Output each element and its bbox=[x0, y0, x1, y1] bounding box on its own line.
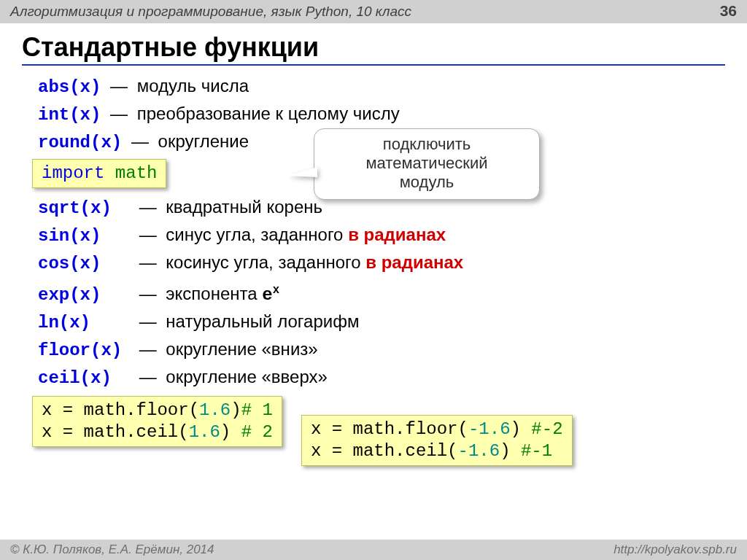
code: ) bbox=[511, 419, 532, 439]
func-name: ln(x) bbox=[38, 310, 130, 336]
dash: — bbox=[135, 252, 161, 272]
dash: — bbox=[135, 339, 161, 359]
page-number: 36 bbox=[720, 2, 737, 20]
dash: — bbox=[106, 76, 132, 96]
func-name: round(x) bbox=[38, 133, 122, 152]
code: ) bbox=[500, 441, 521, 461]
example-left: x = math.floor(1.6)# 1 x = math.ceil(1.6… bbox=[32, 396, 282, 447]
func-desc: натуральный логарифм bbox=[166, 311, 359, 331]
func-row: exp(x) — экспонента ex bbox=[38, 277, 725, 308]
code-comment: #-2 bbox=[531, 419, 562, 439]
footer-url: http://kpolyakov.spb.ru bbox=[614, 542, 737, 557]
func-row: floor(x) — округление «вниз» bbox=[38, 336, 725, 364]
dash: — bbox=[127, 131, 153, 151]
func-desc: округление «вверх» bbox=[166, 367, 328, 386]
callout-tail bbox=[288, 167, 317, 177]
slide-title: Стандартные функции bbox=[22, 32, 725, 63]
func-desc: синус угла, заданного bbox=[166, 225, 348, 244]
func-name: abs(x) bbox=[38, 77, 101, 97]
dash: — bbox=[135, 311, 161, 331]
import-module: math bbox=[115, 163, 158, 183]
func-desc: округление bbox=[158, 131, 249, 151]
exp-base: e bbox=[262, 285, 272, 305]
dash: — bbox=[135, 197, 161, 217]
func-desc: квадратный корень bbox=[166, 197, 322, 217]
func-row: ceil(x) — округление «вверх» bbox=[38, 364, 725, 392]
code: ) bbox=[231, 400, 241, 420]
code: x = math.ceil( bbox=[42, 422, 189, 442]
example-right: x = math.floor(-1.6) #-2 x = math.ceil(-… bbox=[301, 415, 573, 466]
callout-line: модуль bbox=[325, 173, 529, 192]
import-keyword: import bbox=[42, 163, 104, 183]
code-arg: -1.6 bbox=[468, 419, 511, 439]
callout-line: математический bbox=[325, 154, 529, 173]
slide-footer: © К.Ю. Поляков, Е.А. Ерёмин, 2014 http:/… bbox=[0, 540, 747, 560]
func-name: floor(x) bbox=[38, 338, 130, 364]
slide-header: Алгоритмизация и программирование, язык … bbox=[0, 0, 747, 23]
func-desc: преобразование к целому числу bbox=[137, 104, 400, 123]
dash: — bbox=[106, 104, 132, 123]
func-emph: в радианах bbox=[365, 252, 463, 272]
func-emph: в радианах bbox=[348, 225, 446, 244]
dash: — bbox=[135, 225, 161, 244]
slide-content: Стандартные функции abs(x) — модуль числ… bbox=[0, 23, 747, 466]
title-underline bbox=[22, 64, 725, 66]
course-title: Алгоритмизация и программирование, язык … bbox=[10, 4, 411, 20]
code-comment: # 1 bbox=[241, 400, 273, 420]
copyright: © К.Ю. Поляков, Е.А. Ерёмин, 2014 bbox=[10, 542, 214, 557]
func-desc: модуль числа bbox=[137, 76, 249, 96]
func-row: sin(x) — синус угла, заданного в радиана… bbox=[38, 222, 725, 249]
func-name: sin(x) bbox=[38, 223, 130, 249]
examples-row: x = math.floor(1.6)# 1 x = math.ceil(1.6… bbox=[32, 396, 725, 466]
code: ) bbox=[220, 422, 241, 442]
dash: — bbox=[135, 284, 161, 303]
callout-line: подключить bbox=[325, 135, 529, 154]
code: x = math.floor( bbox=[311, 419, 468, 439]
code: x = math.ceil( bbox=[311, 441, 458, 461]
code-arg: -1.6 bbox=[458, 441, 500, 461]
func-row: int(x) — преобразование к целому числу bbox=[38, 101, 725, 128]
func-desc: округление «вниз» bbox=[166, 339, 317, 359]
code: x = math.floor( bbox=[42, 400, 199, 420]
callout-bubble: подключить математический модуль bbox=[314, 128, 540, 200]
func-desc: косинус угла, заданного bbox=[166, 252, 365, 272]
func-name: ceil(x) bbox=[38, 365, 130, 392]
import-box: import math bbox=[32, 159, 166, 188]
dash: — bbox=[135, 367, 161, 386]
code-comment: # 2 bbox=[241, 422, 273, 442]
func-name: cos(x) bbox=[38, 251, 130, 277]
func-name: exp(x) bbox=[38, 282, 130, 308]
code-arg: 1.6 bbox=[189, 422, 220, 442]
func-list-math: sqrt(x) — квадратный корень sin(x) — син… bbox=[22, 194, 725, 392]
code-arg: 1.6 bbox=[199, 400, 231, 420]
func-name: int(x) bbox=[38, 105, 101, 125]
func-row: cos(x) — косинус угла, заданного в радиа… bbox=[38, 249, 725, 277]
func-name: sqrt(x) bbox=[38, 195, 130, 222]
func-desc: экспонента bbox=[166, 284, 262, 303]
func-row: ln(x) — натуральный логарифм bbox=[38, 308, 725, 336]
func-row: abs(x) — модуль числа bbox=[38, 73, 725, 101]
code-comment: #-1 bbox=[521, 441, 552, 461]
exp-sup: x bbox=[273, 284, 279, 297]
